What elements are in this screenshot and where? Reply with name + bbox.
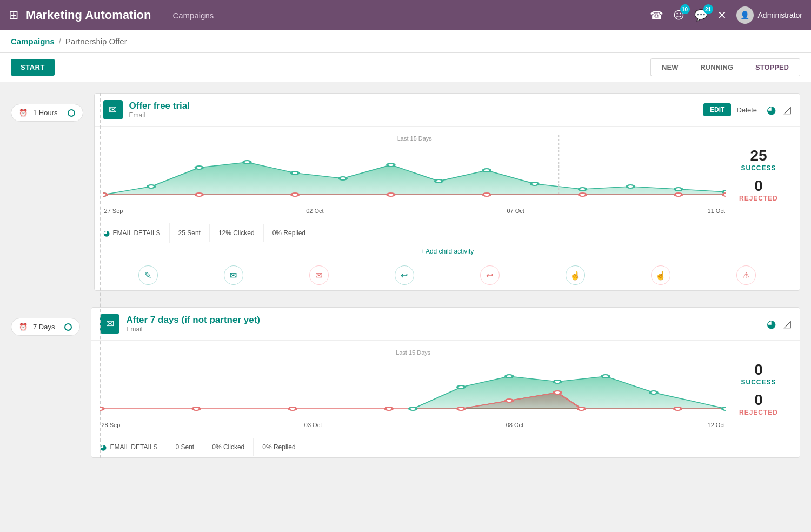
svg-point-11	[579, 188, 586, 191]
svg-point-30	[602, 375, 609, 378]
svg-point-19	[483, 193, 490, 196]
svg-point-8	[435, 179, 442, 183]
trigger-2[interactable]: ⏰ 7 Days	[11, 318, 80, 336]
breadcrumb-current: Partnership Offer	[65, 37, 127, 46]
breadcrumb: Campaigns / Partnership Offer	[0, 30, 811, 53]
svg-point-21	[675, 193, 682, 196]
child-icon-email-open[interactable]: ✉	[224, 265, 243, 285]
svg-point-38	[506, 399, 513, 402]
trigger-dot-1	[68, 109, 75, 117]
footer-email-label-2: EMAIL DETAILS	[110, 443, 157, 451]
avatar: 👤	[736, 6, 754, 24]
delete-button-1[interactable]: Delete	[736, 106, 757, 114]
child-icon-no-click[interactable]: ☝	[651, 265, 670, 285]
footer-email-details-1[interactable]: ◕ EMAIL DETAILS	[95, 223, 170, 243]
x-label-1-1: 27 Sep	[104, 208, 123, 214]
messages-badge: 21	[703, 4, 713, 14]
success-number-1: 25	[750, 147, 767, 164]
chart-stats-1: 25 SUCCESS 0 REJECTED	[726, 135, 791, 214]
svg-point-2	[148, 185, 155, 188]
footer-email-label-1: EMAIL DETAILS	[113, 229, 161, 237]
svg-point-12	[627, 185, 634, 188]
rejected-number-2: 0	[754, 391, 763, 409]
rejected-number-1: 0	[754, 177, 763, 195]
trigger-label-2: 7 Days	[33, 323, 55, 331]
svg-point-31	[650, 391, 657, 394]
user-label: Administrator	[758, 11, 802, 19]
user-menu[interactable]: 👤 Administrator	[736, 6, 802, 24]
child-icon-cursor[interactable]: ✎	[138, 265, 158, 285]
svg-point-39	[554, 391, 561, 394]
chart-area-2: Last 15 Days	[91, 341, 800, 437]
x-label-1-3: 07 Oct	[507, 208, 524, 214]
grid-icon[interactable]: ⊞	[9, 8, 18, 22]
svg-point-17	[291, 193, 298, 196]
card-actions-1: EDIT Delete ◕ ◿	[703, 103, 791, 116]
activity-icon[interactable]: ☹ 10	[673, 9, 684, 22]
filter-icon-2[interactable]: ◿	[783, 318, 791, 330]
chart-x-labels-2: 28 Sep 03 Oct 08 Oct 12 Oct	[100, 422, 726, 428]
child-icon-error[interactable]: ⚠	[736, 265, 756, 285]
filter-icon-1[interactable]: ◿	[783, 104, 791, 116]
top-navigation: ⊞ Marketing Automation Campaigns ☎ ☹ 10 …	[0, 0, 811, 30]
tab-running[interactable]: RUNNING	[689, 58, 744, 76]
svg-point-22	[722, 193, 726, 196]
trigger-1[interactable]: ⏰ 1 Hours	[11, 104, 83, 122]
email-icon-1: ✉	[103, 100, 123, 119]
card-subtitle-1: Email	[129, 111, 704, 119]
footer-replied-1: 0% Replied	[264, 224, 314, 242]
svg-point-13	[675, 188, 682, 191]
svg-point-37	[458, 407, 465, 410]
svg-point-9	[483, 169, 490, 172]
x-label-2-4: 12 Oct	[708, 422, 725, 428]
chart-label-1: Last 15 Days	[397, 135, 432, 142]
chart-wrapper-2: Last 15 Days	[100, 349, 726, 428]
pie-chart-icon-1[interactable]: ◕	[767, 103, 776, 116]
tab-stopped[interactable]: STOPPED	[744, 58, 800, 76]
pie-chart-icon-2[interactable]: ◕	[767, 317, 776, 330]
footer-replied-2: 0% Replied	[254, 438, 304, 456]
svg-point-29	[554, 380, 561, 383]
start-button[interactable]: START	[11, 59, 55, 76]
svg-point-41	[674, 407, 681, 410]
svg-point-16	[195, 193, 202, 196]
app-title: Marketing Automation	[26, 8, 151, 22]
tab-new[interactable]: NEW	[650, 58, 689, 76]
x-label-2-1: 28 Sep	[101, 422, 120, 428]
trigger-label-1: 1 Hours	[33, 109, 58, 117]
svg-point-28	[506, 375, 513, 378]
add-child-activity-1[interactable]: + Add child activity	[95, 243, 800, 260]
close-icon[interactable]: ✕	[717, 9, 727, 22]
x-label-1-4: 11 Oct	[708, 208, 725, 214]
breadcrumb-campaigns[interactable]: Campaigns	[11, 37, 55, 46]
chart-svg-1	[103, 135, 726, 205]
card-actions-2: ◕ ◿	[762, 317, 791, 330]
child-icon-click[interactable]: ☝	[566, 265, 585, 285]
pie-icon-1: ◕	[103, 229, 110, 237]
svg-point-40	[578, 407, 585, 410]
activity-badge: 10	[680, 4, 690, 14]
nav-campaigns[interactable]: Campaigns	[172, 11, 214, 20]
messages-icon[interactable]: 💬 21	[694, 9, 708, 22]
svg-point-36	[385, 407, 393, 410]
card-title-1: Offer free trial	[129, 101, 704, 111]
footer-email-details-2[interactable]: ◕ EMAIL DETAILS	[91, 437, 167, 457]
card-title-block-2: After 7 days (if not partner yet) Email	[126, 315, 762, 333]
footer-sent-2: 0 Sent	[167, 438, 204, 456]
footer-clicked-2: 0% Clicked	[203, 438, 254, 456]
svg-point-5	[291, 171, 298, 175]
child-icon-reply[interactable]: ↩	[395, 265, 414, 285]
edit-button-1[interactable]: EDIT	[703, 103, 731, 116]
status-tabs: NEW RUNNING STOPPED	[650, 58, 800, 76]
svg-point-33	[100, 407, 104, 410]
svg-point-20	[579, 193, 586, 196]
success-label-2: SUCCESS	[741, 378, 776, 386]
success-label-1: SUCCESS	[741, 164, 776, 172]
child-icon-email-bounce[interactable]: ✉	[309, 265, 329, 285]
phone-icon[interactable]: ☎	[650, 9, 663, 22]
card-title-block-1: Offer free trial Email	[129, 101, 704, 119]
card-footer-1: ◕ EMAIL DETAILS 25 Sent 12% Clicked 0% R…	[95, 223, 800, 243]
svg-point-35	[289, 407, 296, 410]
child-icon-no-reply[interactable]: ↩	[480, 265, 500, 285]
card-header-2: ✉ After 7 days (if not partner yet) Emai…	[91, 308, 800, 341]
